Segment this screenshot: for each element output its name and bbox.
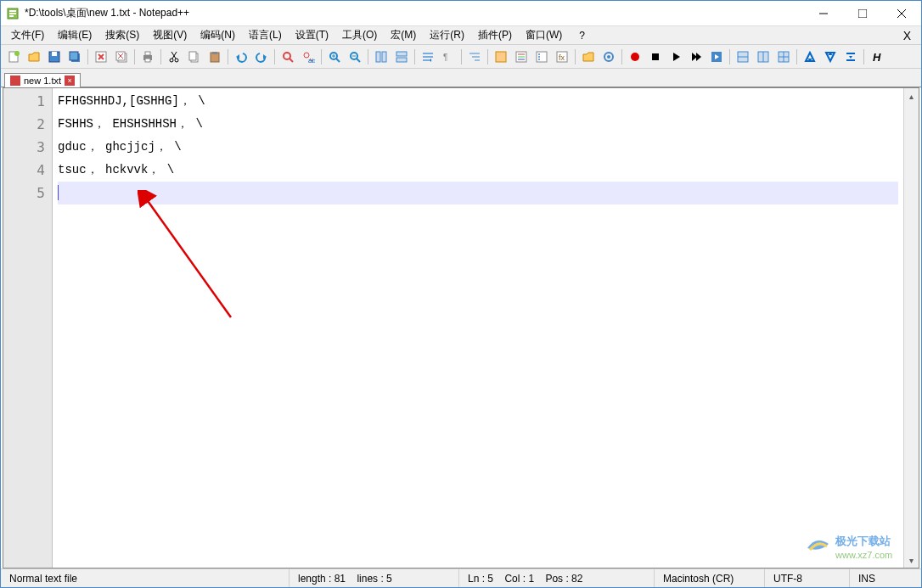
undo-icon[interactable] <box>232 48 250 66</box>
find-icon[interactable] <box>278 48 297 66</box>
window-controls <box>804 1 921 26</box>
doc-list-icon[interactable] <box>532 48 551 66</box>
line-number: 5 <box>3 182 45 204</box>
h-icon-icon[interactable]: H <box>868 48 886 66</box>
svg-line-44 <box>357 59 360 62</box>
editor-line[interactable]: tsuc， hckvvk， \ <box>58 159 898 182</box>
svg-rect-2 <box>9 13 16 14</box>
record-icon[interactable] <box>626 48 644 66</box>
menu-tools[interactable]: 工具(O) <box>335 26 384 44</box>
svg-rect-47 <box>396 52 407 56</box>
minimize-button[interactable] <box>804 1 843 26</box>
doc-map-icon[interactable] <box>512 48 531 66</box>
svg-rect-46 <box>382 52 386 62</box>
sync-h-icon[interactable] <box>392 48 411 66</box>
save-file-icon[interactable] <box>45 48 64 66</box>
annotation-arrow <box>138 190 239 326</box>
spell3-icon[interactable] <box>841 48 860 66</box>
play-icon[interactable] <box>666 48 685 66</box>
close-button[interactable] <box>882 1 921 26</box>
menubar-x[interactable]: X <box>897 29 918 42</box>
svg-point-68 <box>607 55 610 59</box>
svg-rect-13 <box>70 52 78 60</box>
play-multi-icon[interactable] <box>687 48 706 66</box>
sync-v-icon[interactable] <box>372 48 391 66</box>
svg-text:ab: ab <box>308 57 315 64</box>
replace-icon[interactable]: ab <box>299 48 318 66</box>
svg-line-26 <box>172 52 177 59</box>
menu-search[interactable]: 搜索(S) <box>98 26 146 44</box>
menu-edit[interactable]: 编辑(E) <box>51 26 98 44</box>
editor-line[interactable]: FSHHS， EHSHSHHSH， \ <box>58 113 898 136</box>
line-number: 2 <box>3 113 45 136</box>
compare2-icon[interactable] <box>754 48 773 66</box>
open-file-icon[interactable] <box>25 48 43 66</box>
svg-rect-5 <box>858 9 867 18</box>
folder-icon[interactable] <box>579 48 598 66</box>
status-ins: INS <box>850 569 921 587</box>
status-filetype: Normal text file <box>1 569 290 587</box>
spell2-icon[interactable] <box>821 48 840 66</box>
svg-point-25 <box>175 59 178 62</box>
svg-line-27 <box>171 52 176 59</box>
lang-user-icon[interactable] <box>492 48 510 66</box>
zoom-in-icon[interactable] <box>325 48 344 66</box>
menu-plugins[interactable]: 插件(P) <box>471 26 519 44</box>
file-tab[interactable]: new 1.txt × <box>4 73 81 87</box>
svg-rect-3 <box>9 15 14 17</box>
svg-rect-45 <box>376 52 380 62</box>
toolbar-separator <box>487 49 488 64</box>
compare3-icon[interactable] <box>774 48 793 66</box>
menu-language[interactable]: 语言(L) <box>242 26 289 44</box>
menu-help[interactable]: ? <box>572 28 592 43</box>
menu-bar: 文件(F) 编辑(E) 搜索(S) 视图(V) 编码(N) 语言(L) 设置(T… <box>1 26 921 45</box>
zoom-out-icon[interactable] <box>346 48 364 66</box>
toolbar-separator <box>228 49 228 64</box>
copy-icon[interactable] <box>185 48 204 66</box>
editor-line[interactable]: gduc， ghcjjcj， \ <box>58 136 898 159</box>
cut-icon[interactable] <box>165 48 183 66</box>
tab-label: new 1.txt <box>24 76 61 86</box>
status-bar: Normal text file length : 81 lines : 5 L… <box>1 568 921 587</box>
tab-close-icon[interactable]: × <box>65 76 75 86</box>
stop-icon[interactable] <box>646 48 665 66</box>
print-icon[interactable] <box>138 48 157 66</box>
show-all-icon[interactable]: ¶ <box>439 48 458 66</box>
menu-view[interactable]: 视图(V) <box>146 26 194 44</box>
menu-file[interactable]: 文件(F) <box>4 26 51 44</box>
paste-icon[interactable] <box>205 48 224 66</box>
svg-text:¶: ¶ <box>443 53 447 62</box>
menu-settings[interactable]: 设置(T) <box>289 26 335 44</box>
svg-rect-56 <box>496 52 506 62</box>
close-file-icon[interactable] <box>92 48 110 66</box>
new-file-icon[interactable] <box>4 48 23 66</box>
close-all-icon[interactable] <box>112 48 131 66</box>
toolbar-separator <box>274 49 275 64</box>
compare1-icon[interactable] <box>734 48 752 66</box>
editor-area: 12345 FFHGSHHDJ,[GSHHG]， \FSHHS， EHSHSHH… <box>3 87 919 568</box>
menu-window[interactable]: 窗口(W) <box>519 26 569 44</box>
svg-text:H: H <box>873 51 881 64</box>
scroll-up-icon[interactable]: ▴ <box>904 88 919 104</box>
editor-line[interactable]: FFHGSHHDJ,[GSHHG]， \ <box>58 90 898 113</box>
text-editor[interactable]: FFHGSHHDJ,[GSHHG]， \FSHHS， EHSHSHHSH， \g… <box>53 88 903 568</box>
func-list-icon[interactable]: fx <box>553 48 571 66</box>
scroll-down-icon[interactable]: ▾ <box>904 552 919 568</box>
word-wrap-icon[interactable] <box>419 48 437 66</box>
redo-icon[interactable] <box>252 48 271 66</box>
save-all-icon[interactable] <box>65 48 84 66</box>
menu-run[interactable]: 运行(R) <box>423 26 471 44</box>
menu-macro[interactable]: 宏(M) <box>384 26 423 44</box>
monitor-icon[interactable] <box>599 48 618 66</box>
maximize-button[interactable] <box>843 1 882 26</box>
vertical-scrollbar[interactable]: ▴ ▾ <box>903 88 919 568</box>
indent-guide-icon[interactable] <box>465 48 484 66</box>
save-macro-icon[interactable] <box>707 48 726 66</box>
svg-line-92 <box>146 199 231 317</box>
toolbar-separator <box>621 49 622 64</box>
menu-encoding[interactable]: 编码(N) <box>194 26 242 44</box>
editor-line[interactable] <box>58 182 898 204</box>
spell1-icon[interactable] <box>801 48 819 66</box>
svg-rect-70 <box>652 53 659 60</box>
status-position: Ln : 5 Col : 1 Pos : 82 <box>459 569 655 587</box>
